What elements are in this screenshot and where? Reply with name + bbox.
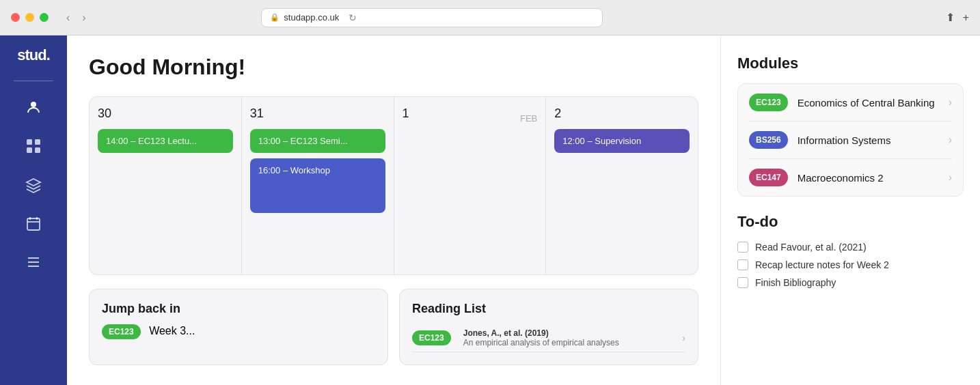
bottom-section: Jump back in EC123 Week 3... Reading Lis… [89,289,698,365]
reading-badge: EC123 [412,330,451,345]
reading-desc: An empirical analysis of empirical analy… [463,338,676,347]
calendar-event-4[interactable]: 12:00 – Supervision [554,129,690,153]
svg-point-0 [31,102,36,107]
module-row-ec123[interactable]: EC123 Economics of Central Banking › [749,84,952,122]
todo-item-0: Read Favour, et al. (2021) [737,242,964,253]
jump-back-title: Jump back in [102,302,375,316]
svg-rect-4 [35,147,40,153]
module-name-ec147: Macroeconomics 2 [798,172,939,184]
module-badge-ec147: EC147 [749,169,788,186]
reading-list-item[interactable]: EC123 Jones, A., et al. (2019) An empiri… [412,324,685,352]
sidebar-logo: stud. [17,46,50,64]
svg-rect-3 [27,147,32,153]
cal-day-number-30: 30 [98,106,233,121]
profile-icon [25,99,42,119]
module-chevron-bs256: › [949,134,952,146]
todo-title: To-do [737,213,964,231]
right-panel: Modules EC123 Economics of Central Banki… [720,35,980,385]
reload-button[interactable]: ↻ [349,12,357,23]
nav-arrows: ‹ › [62,10,90,25]
module-name-ec123: Economics of Central Banking [798,97,939,109]
module-row-bs256[interactable]: BS256 Information Systems › [749,122,952,159]
traffic-light-yellow[interactable] [25,13,34,22]
calendar-event-2[interactable]: 13:00 – EC123 Semi... [250,129,385,153]
todo-label-0: Read Favour, et al. (2021) [755,242,867,253]
sidebar-item-list[interactable] [0,245,67,283]
sidebar-item-profile[interactable] [0,89,67,129]
cal-day-number-2: 2 [554,106,690,121]
main-content: Good Morning! 30 14:00 – EC123 Lectu... … [67,35,720,385]
cal-day-30: 30 14:00 – EC123 Lectu... [90,97,242,274]
list-icon [26,255,41,274]
todo-item-2: Finish Bibliography [737,277,964,288]
traffic-light-red[interactable] [11,13,20,22]
graduation-icon [25,177,42,197]
cal-day-2: 2 12:00 – Supervision [546,97,698,274]
cal-day-number-31: 31 [250,106,385,121]
svg-rect-2 [35,139,40,145]
jump-back-badge[interactable]: EC123 [102,324,141,339]
calendar-event-1[interactable]: 14:00 – EC123 Lectu... [98,129,233,153]
browser-chrome: ‹ › 🔒 studapp.co.uk ↻ ⬆ + [0,0,980,35]
app-wrapper: stud. Good Morni [0,35,980,385]
reading-author: Jones, A., et al. (2019) [463,328,676,338]
reading-item-text: Jones, A., et al. (2019) An empirical an… [463,328,676,347]
module-badge-ec123: EC123 [749,94,788,111]
modules-container: EC123 Economics of Central Banking › BS2… [737,83,964,197]
browser-controls: ‹ › [11,10,90,25]
cal-day-1: 1 FEB [394,97,547,274]
calendar-section: 30 14:00 – EC123 Lectu... 31 13:00 – EC1… [89,96,698,275]
todo-label-1: Recap lecture notes for Week 2 [755,259,889,270]
calendar-event-3[interactable]: 16:00 – Workshop [250,158,385,213]
reading-arrow-icon: › [682,332,685,343]
svg-rect-5 [27,218,40,230]
module-badge-bs256: BS256 [749,131,788,149]
sidebar-item-calendar[interactable] [0,207,67,245]
lock-icon: 🔒 [270,13,280,22]
module-chevron-ec123: › [949,96,952,109]
modules-title: Modules [737,55,964,72]
cal-day-31: 31 13:00 – EC123 Semi... 16:00 – Worksho… [242,97,394,274]
sidebar-divider [14,81,54,81]
todo-checkbox-0[interactable] [737,242,748,253]
todo-label-2: Finish Bibliography [755,277,836,288]
sidebar-item-dashboard[interactable] [0,129,67,167]
page-title: Good Morning! [89,55,698,80]
sidebar: stud. [0,35,67,385]
forward-button[interactable]: › [78,10,90,25]
calendar-icon [26,216,41,236]
module-row-ec147[interactable]: EC147 Macroeconomics 2 › [749,159,952,196]
url-text: studapp.co.uk [284,12,339,23]
svg-rect-1 [27,139,32,145]
share-button[interactable]: ⬆ [946,11,955,24]
todo-item-1: Recap lecture notes for Week 2 [737,259,964,270]
new-tab-button[interactable]: + [963,11,969,24]
jump-back-subtitle: Week 3... [149,325,195,337]
todo-checkbox-1[interactable] [737,259,748,270]
todo-checkbox-2[interactable] [737,277,748,288]
cal-day-number-1: 1 [403,106,409,121]
url-bar[interactable]: 🔒 studapp.co.uk ↻ [261,8,603,27]
reading-list-card: Reading List EC123 Jones, A., et al. (20… [399,289,698,365]
dashboard-icon [26,139,41,158]
todo-list: Read Favour, et al. (2021) Recap lecture… [737,242,964,288]
module-chevron-ec147: › [949,171,952,184]
jump-back-card: Jump back in EC123 Week 3... [89,289,388,365]
module-name-bs256: Information Systems [798,134,939,146]
cal-month-feb: FEB [520,113,537,124]
reading-list-title: Reading List [412,302,685,316]
browser-actions: ⬆ + [946,11,969,24]
sidebar-item-graduation[interactable] [0,167,67,207]
back-button[interactable]: ‹ [62,10,74,25]
traffic-light-green[interactable] [40,13,49,22]
